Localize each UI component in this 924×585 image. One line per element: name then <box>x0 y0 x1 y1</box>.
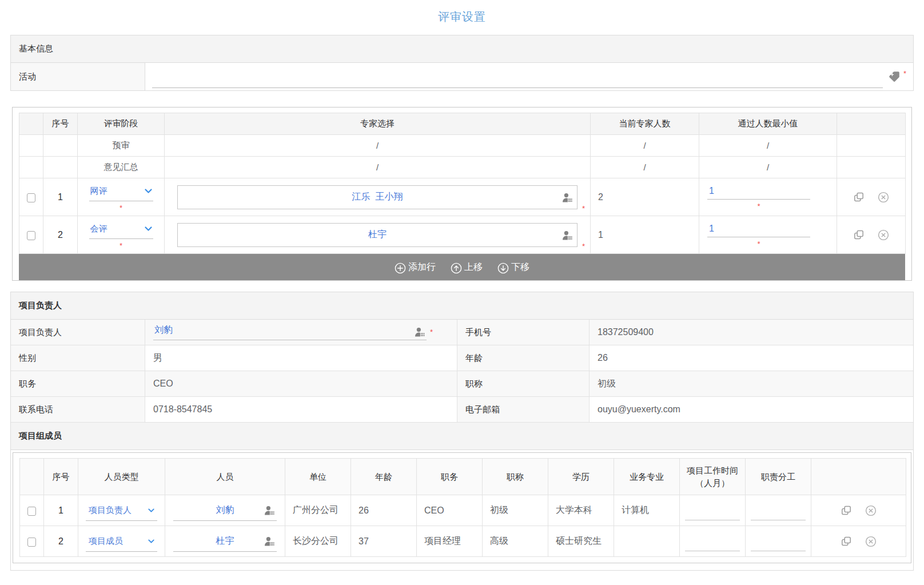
header-stage: 评审阶段 <box>78 113 165 135</box>
activity-row: 活动 * <box>11 63 913 90</box>
basic-info-header: 基本信息 <box>11 35 913 63</box>
leader-person-input[interactable]: 刘豹 * <box>153 324 433 340</box>
person-type-select[interactable]: 项目负责人 <box>86 500 157 521</box>
leader-row-4: 联系电话 0718-8547845 电子邮箱 ouyu@yuexerty.com <box>11 397 913 423</box>
header-min-pass: 通过人数最小值 <box>699 113 837 135</box>
project-leader-section: 项目负责人 项目负责人 刘豹 * 手机号 18372509400 性别 男 年龄… <box>10 292 914 571</box>
current-expert-count: 2 <box>591 178 699 216</box>
delete-circle-x-icon[interactable] <box>878 229 889 241</box>
activity-input[interactable] <box>152 69 883 88</box>
review-settings-page: 评审设置 基本信息 活动 * 序号 <box>0 0 924 585</box>
delete-circle-x-icon[interactable] <box>878 192 889 203</box>
person-select-icon[interactable] <box>562 192 573 202</box>
person-select-icon[interactable] <box>264 505 275 515</box>
project-members-header: 项目组成员 <box>11 423 913 450</box>
min-pass-value: 1 <box>707 186 810 200</box>
work-months-input[interactable] <box>685 506 740 520</box>
delete-circle-x-icon[interactable] <box>865 505 877 516</box>
review-table-toolbar: 添加行 上移 下移 <box>19 254 905 280</box>
person-type-value: 项目负责人 <box>89 505 132 516</box>
person-select[interactable]: 刘豹 <box>173 500 277 521</box>
copy-icon[interactable] <box>853 229 865 241</box>
header-checkbox-col <box>20 459 44 495</box>
leader-label: 项目负责人 <box>11 320 145 345</box>
person-select-icon[interactable] <box>264 536 275 546</box>
chevron-down-icon <box>148 508 154 512</box>
required-asterisk: * <box>903 70 906 77</box>
move-up-button[interactable]: 上移 <box>451 261 483 273</box>
header-current-count: 当前专家人数 <box>591 113 699 135</box>
header-actions <box>837 113 906 135</box>
stage-select[interactable]: 会评 * <box>89 222 153 248</box>
expert-select-box[interactable]: 杜宇 * <box>177 223 578 247</box>
count-placeholder: / <box>591 157 699 178</box>
title-value: 初级 <box>590 371 913 396</box>
duty-input[interactable] <box>751 536 806 551</box>
header-unit: 单位 <box>285 459 351 495</box>
chevron-down-icon <box>148 539 154 543</box>
unit-value: 广州分公司 <box>285 495 351 526</box>
min-placeholder: / <box>699 135 837 157</box>
page-title: 评审设置 <box>10 0 914 35</box>
expert-select-box[interactable]: 江乐 王小翔 * <box>177 185 578 209</box>
min-pass-input[interactable]: 1 * <box>707 224 810 246</box>
age-label: 年龄 <box>457 345 590 371</box>
row-seq: 2 <box>43 216 78 254</box>
person-select-icon[interactable] <box>415 327 425 337</box>
leader-person-link[interactable]: 刘豹 <box>154 324 173 336</box>
move-down-button[interactable]: 下移 <box>497 261 529 273</box>
stage-select-value: 会评 <box>90 224 107 234</box>
copy-icon[interactable] <box>841 505 852 516</box>
copy-icon[interactable] <box>853 192 865 203</box>
review-row-1: 1 网评 * 江乐 王小翔 <box>19 178 906 216</box>
person-type-select[interactable]: 项目成员 <box>86 531 157 552</box>
chevron-down-icon <box>145 189 152 193</box>
row-checkbox[interactable] <box>27 231 35 240</box>
add-row-label: 添加行 <box>408 261 436 273</box>
gender-value: 男 <box>145 345 457 371</box>
header-person: 人员 <box>165 459 285 495</box>
move-up-label: 上移 <box>464 261 483 273</box>
position-value: CEO <box>417 495 483 526</box>
move-down-label: 下移 <box>511 261 529 273</box>
header-checkbox-col <box>19 113 43 135</box>
header-seq: 序号 <box>43 113 78 135</box>
required-asterisk: * <box>582 205 585 212</box>
row-seq: 2 <box>44 526 78 557</box>
row-checkbox[interactable] <box>27 193 35 202</box>
phone-label: 手机号 <box>457 320 590 345</box>
experts-placeholder: / <box>165 135 591 157</box>
title-label: 职称 <box>457 371 590 396</box>
min-pass-input[interactable]: 1 * <box>707 186 810 208</box>
duty-input[interactable] <box>751 506 806 520</box>
person-select-icon[interactable] <box>562 230 573 240</box>
age-value: 26 <box>351 495 417 526</box>
required-asterisk: * <box>430 328 433 336</box>
header-work-months: 项目工作时间（人月） <box>680 459 746 495</box>
plus-circle-icon <box>395 262 406 274</box>
leader-row-2: 性别 男 年龄 26 <box>11 345 913 371</box>
copy-icon[interactable] <box>841 536 852 547</box>
position-value: CEO <box>145 371 457 396</box>
members-header-row: 序号 人员类型 人员 单位 年龄 职务 职称 学历 业务专业 项目工作时间（人月… <box>20 459 906 495</box>
leader-row-3: 职务 CEO 职称 初级 <box>11 371 913 397</box>
row-checkbox[interactable] <box>27 507 36 516</box>
tag-icon[interactable] <box>889 71 900 82</box>
header-actions <box>811 459 906 495</box>
row-checkbox[interactable] <box>27 538 36 547</box>
person-name: 刘豹 <box>216 504 234 516</box>
row-seq: 1 <box>43 178 78 216</box>
phone-value: 18372509400 <box>590 320 913 345</box>
add-row-button[interactable]: 添加行 <box>395 261 436 273</box>
review-stage-table: 序号 评审阶段 专家选择 当前专家人数 通过人数最小值 预审 / / / <box>19 113 906 254</box>
header-person-type: 人员类型 <box>78 459 165 495</box>
required-asterisk: * <box>120 241 122 250</box>
title-value: 初级 <box>483 495 548 526</box>
stage-select[interactable]: 网评 * <box>89 185 153 210</box>
work-months-input[interactable] <box>685 536 740 551</box>
delete-circle-x-icon[interactable] <box>865 536 877 547</box>
min-pass-value: 1 <box>707 224 810 237</box>
person-select[interactable]: 杜宇 <box>173 531 277 552</box>
current-expert-count: 1 <box>591 216 699 254</box>
header-specialty: 业务专业 <box>614 459 680 495</box>
